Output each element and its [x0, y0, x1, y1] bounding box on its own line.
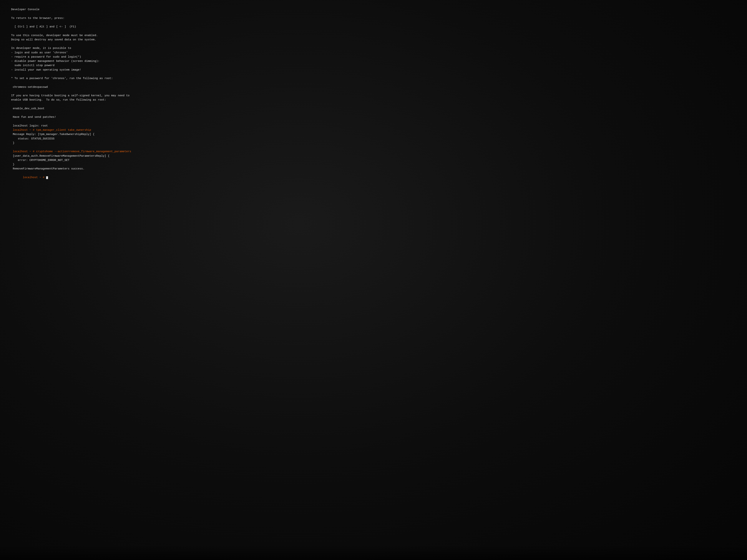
line-indev2: - login and sudo as user 'chronos'	[11, 51, 178, 55]
line-passwd-hint: * To set a password for 'chronos', run t…	[11, 76, 178, 81]
line-devmode1: To use this console, developer mode must…	[11, 33, 178, 37]
line-return-header: To return to the browser, press:	[11, 16, 178, 20]
blank-7	[11, 89, 178, 94]
line-prompt-final[interactable]: localhost ~ #	[11, 171, 178, 184]
blank-9	[11, 111, 178, 115]
line-login: localhost login: root	[11, 124, 178, 128]
line-cmd1: localhost ~ # tpm_manager_client take_ow…	[11, 128, 178, 132]
line-passwd-cmd: chromeos-setdevpasswd	[11, 85, 178, 89]
line-indev5: sudo initctl stop powerd	[11, 63, 178, 68]
line-indev1: In developer mode, it is possible to	[11, 46, 178, 50]
blank-5	[11, 72, 178, 76]
blank-3	[11, 29, 178, 33]
line-usb-cmd: enable_dev_usb_boot	[11, 106, 178, 111]
line-error1: error: CRYPTOHOME_ERROR_NOT_SET	[11, 158, 178, 162]
line-reply1: Message Reply: [tpm_manager.TakeOwnershi…	[11, 132, 178, 136]
line-success: RemoveFirmwareManagementParameters succe…	[11, 167, 178, 171]
line-cmd2: localhost ~ # cryptohome --action=remove…	[11, 150, 178, 154]
blank-4	[11, 42, 178, 46]
terminal: Developer Console To return to the brows…	[11, 7, 178, 184]
prompt-text: localhost ~ #	[21, 176, 46, 179]
line-status1: status: STATUS_SUCCESS	[11, 137, 178, 141]
line-indev6: - install your own operating system imag…	[11, 68, 178, 72]
blank-6	[11, 81, 178, 85]
blank-11	[11, 145, 178, 150]
line-indev4: - disable power management behavior (scr…	[11, 59, 178, 63]
line-close2: }	[11, 162, 178, 167]
line-usb1: If you are having trouble booting a self…	[11, 94, 178, 98]
line-devmode2: Doing so will destroy any saved data on …	[11, 37, 178, 42]
blank-10	[11, 119, 178, 124]
line-reply2: [user_data_auth.RemoveFirmwareManagement…	[11, 154, 178, 158]
line-fun: Have fun and send patches!	[11, 115, 178, 119]
cursor	[46, 176, 48, 179]
line-indev3: - require a password for sudo and login(…	[11, 55, 178, 59]
line-close1: }	[11, 141, 178, 145]
blank-8	[11, 102, 178, 106]
blank-1	[11, 12, 178, 16]
line-title: Developer Console	[11, 7, 178, 12]
screen: Developer Console To return to the brows…	[0, 0, 747, 560]
line-usb2: enable USB booting. To do so, run the fo…	[11, 98, 178, 102]
line-shortcut: [ Ctrl ] and [ Alt ] and [ <- ] (F1)	[11, 25, 178, 29]
blank-2	[11, 20, 178, 25]
